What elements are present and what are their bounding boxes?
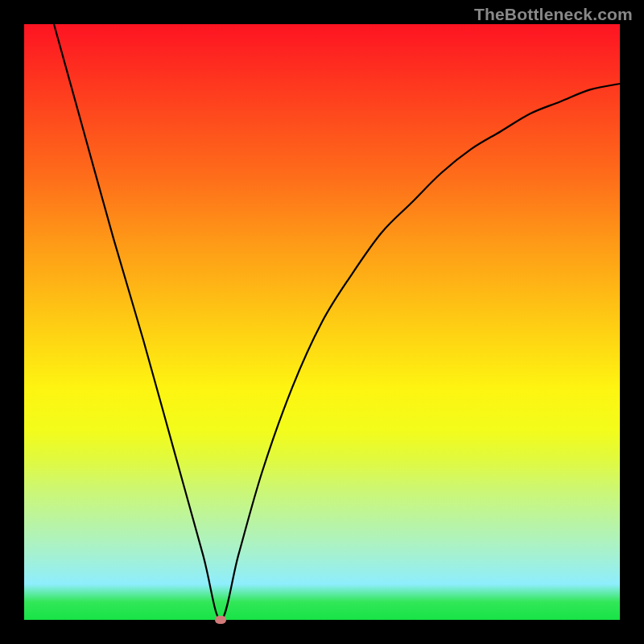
- curve-svg: [24, 24, 620, 620]
- chart-frame: TheBottleneck.com: [0, 0, 644, 644]
- watermark-text: TheBottleneck.com: [474, 5, 633, 24]
- plot-area: [24, 24, 620, 620]
- minimum-marker: [215, 616, 226, 624]
- bottleneck-curve: [54, 24, 620, 620]
